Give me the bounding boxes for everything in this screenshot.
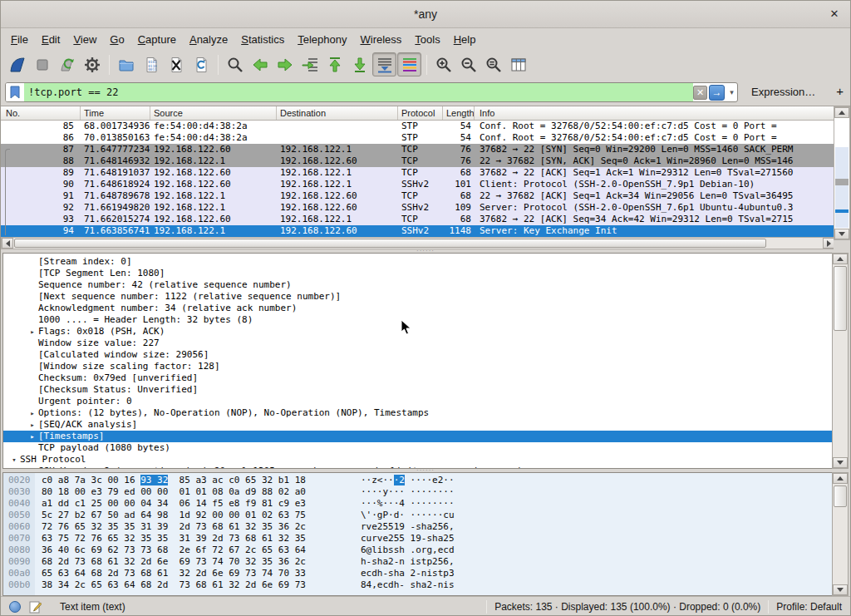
packet-row-89[interactable]: 8971.648191037192.168.122.60192.168.122.… bbox=[1, 167, 835, 179]
column-no[interactable]: No. bbox=[1, 106, 81, 120]
packet-row-92[interactable]: 9271.661949820192.168.122.1192.168.122.6… bbox=[1, 202, 835, 214]
scroll-up-button[interactable] bbox=[834, 107, 849, 118]
detail-header-length[interactable]: 1000 .... = Header Length: 32 bytes (8) bbox=[3, 314, 833, 326]
add-filter-button[interactable]: + bbox=[836, 84, 844, 98]
detail-flags[interactable]: ▸Flags: 0x018 (PSH, ACK) bbox=[3, 326, 833, 338]
restart-capture-button[interactable] bbox=[55, 52, 79, 76]
reload-file-button[interactable] bbox=[189, 52, 213, 76]
hscroll-thumb[interactable] bbox=[14, 239, 766, 248]
go-to-last-packet-button[interactable] bbox=[347, 52, 371, 76]
menu-edit[interactable]: Edit bbox=[35, 31, 66, 48]
menu-file[interactable]: File bbox=[4, 31, 35, 48]
expand-icon[interactable]: ▸ bbox=[27, 326, 38, 338]
close-file-button[interactable] bbox=[164, 52, 188, 76]
go-to-first-packet-button[interactable] bbox=[322, 52, 347, 76]
expand-icon[interactable]: ▸ bbox=[27, 419, 38, 431]
hex-row[interactable]: 007063 75 72 76 65 32 35 35 31 39 2d 73 … bbox=[3, 533, 833, 545]
packet-row-94-selected[interactable]: 9471.663856741192.168.122.1192.168.122.6… bbox=[1, 225, 835, 237]
hex-row[interactable]: 0020c0 a8 7a 3c 00 16 93 32 85 a3 ac c0 … bbox=[3, 475, 833, 486]
scroll-up-button[interactable] bbox=[833, 254, 848, 264]
capture-comment-icon[interactable] bbox=[28, 600, 42, 614]
scroll-down-button[interactable] bbox=[834, 229, 849, 239]
filter-history-caret[interactable]: ▾ bbox=[726, 88, 737, 96]
detail-options[interactable]: ▸Options: (12 bytes), No-Operation (NOP)… bbox=[3, 407, 833, 419]
details-scroll-thumb[interactable] bbox=[834, 266, 847, 331]
filter-apply-button[interactable]: → bbox=[709, 85, 725, 101]
hex-row[interactable]: 006072 76 65 32 35 35 31 39 2d 73 68 61 … bbox=[3, 521, 833, 533]
scroll-up-button[interactable] bbox=[833, 473, 848, 484]
menu-capture[interactable]: Capture bbox=[131, 31, 183, 48]
scroll-down-button[interactable] bbox=[833, 584, 848, 595]
packet-row-85[interactable]: 8568.001734936fe:54:00:d4:38:2aSTP54Conf… bbox=[1, 121, 835, 132]
close-window-button[interactable]: ✕ bbox=[827, 7, 842, 22]
detail-segment-len[interactable]: [TCP Segment Len: 1080] bbox=[3, 268, 833, 279]
packet-row-93[interactable]: 9371.662015274192.168.122.60192.168.122.… bbox=[1, 214, 835, 225]
menu-statistics[interactable]: Statistics bbox=[234, 31, 291, 48]
collapse-icon[interactable]: ▾ bbox=[8, 454, 20, 466]
detail-checksum[interactable]: Checksum: 0x79ed [unverified] bbox=[3, 372, 833, 384]
stop-capture-button[interactable] bbox=[30, 52, 54, 76]
hex-row[interactable]: 00b038 34 2c 65 63 64 68 2d 73 68 61 32 … bbox=[3, 579, 833, 591]
hex-row[interactable]: 00505c 27 b2 67 50 ad 64 98 1d 92 00 00 … bbox=[3, 510, 833, 521]
go-to-packet-button[interactable] bbox=[298, 52, 322, 76]
column-info[interactable]: Info bbox=[475, 106, 835, 120]
filter-bookmark-icon[interactable] bbox=[6, 83, 24, 101]
column-time[interactable]: Time bbox=[81, 106, 150, 120]
go-forward-button[interactable] bbox=[273, 52, 297, 76]
packet-row-87[interactable]: 8771.647777234192.168.122.60192.168.122.… bbox=[1, 144, 835, 155]
zoom-out-button[interactable] bbox=[456, 52, 480, 76]
expand-icon[interactable]: ▸ bbox=[27, 407, 38, 419]
hex-row[interactable]: 00a065 63 64 68 2d 73 68 61 32 2d 6e 69 … bbox=[3, 568, 833, 579]
save-file-button[interactable]: 010101100011 bbox=[139, 52, 163, 76]
menu-go[interactable]: Go bbox=[103, 31, 130, 48]
go-back-button[interactable] bbox=[248, 52, 272, 76]
detail-ssh-protocol[interactable]: ▾SSH Protocol bbox=[3, 454, 833, 466]
menu-telephony[interactable]: Telephony bbox=[291, 31, 353, 48]
menu-view[interactable]: View bbox=[66, 31, 103, 48]
hex-row[interactable]: 009068 2d 73 68 61 32 2d 6e 69 73 74 70 … bbox=[3, 556, 833, 568]
hex-row[interactable]: 003080 18 00 e3 79 ed 00 00 01 01 08 0a … bbox=[3, 486, 833, 498]
zoom-original-button[interactable] bbox=[481, 52, 505, 76]
expand-icon[interactable]: ▸ bbox=[27, 431, 38, 442]
menu-analyze[interactable]: Analyze bbox=[183, 31, 234, 48]
auto-scroll-toggle-button[interactable] bbox=[372, 52, 396, 76]
zoom-in-button[interactable] bbox=[431, 52, 455, 76]
packet-row-90[interactable]: 9071.648618924192.168.122.60192.168.122.… bbox=[1, 179, 835, 190]
open-file-button[interactable] bbox=[114, 52, 138, 76]
intelligent-scrollbar-map[interactable] bbox=[835, 119, 849, 228]
detail-window-size[interactable]: Window size value: 227 bbox=[3, 338, 833, 349]
detail-checksum-status[interactable]: [Checksum Status: Unverified] bbox=[3, 384, 833, 396]
details-vscrollbar[interactable] bbox=[832, 253, 849, 469]
detail-window-scaling[interactable]: [Window size scaling factor: 128] bbox=[3, 361, 833, 372]
detail-timestamps-selected[interactable]: ▸[Timestamps] bbox=[3, 431, 833, 442]
hex-vscrollbar[interactable] bbox=[832, 472, 849, 596]
hex-row[interactable]: 0040a1 dd c1 25 00 00 04 34 06 14 f5 e8 … bbox=[3, 498, 833, 510]
capture-options-button[interactable] bbox=[80, 52, 104, 76]
column-source[interactable]: Source bbox=[150, 106, 277, 120]
detail-next-seq[interactable]: [Next sequence number: 1122 (relative se… bbox=[3, 291, 833, 303]
menu-tools[interactable]: Tools bbox=[408, 31, 446, 48]
expert-info-icon[interactable] bbox=[9, 601, 21, 613]
packet-row-88[interactable]: 8871.648146932192.168.122.1192.168.122.6… bbox=[1, 155, 835, 167]
packet-row-91[interactable]: 9171.648789678192.168.122.1192.168.122.6… bbox=[1, 190, 835, 202]
detail-tcp-payload[interactable]: TCP payload (1080 bytes) bbox=[3, 442, 833, 454]
display-filter-input[interactable] bbox=[24, 83, 693, 101]
expression-button[interactable]: Expression… bbox=[751, 86, 815, 98]
find-packet-button[interactable] bbox=[223, 52, 247, 76]
detail-seq-number[interactable]: Sequence number: 42 (relative sequence n… bbox=[3, 279, 833, 291]
filter-clear-button[interactable]: ✕ bbox=[693, 86, 707, 100]
detail-stream-index[interactable]: [Stream index: 0] bbox=[3, 256, 833, 268]
packet-row-86[interactable]: 8670.013850163fe:54:00:d4:38:2aSTP54Conf… bbox=[1, 132, 835, 144]
column-protocol[interactable]: Protocol bbox=[398, 106, 443, 120]
menu-wireless[interactable]: Wireless bbox=[354, 31, 409, 48]
detail-urgent-pointer[interactable]: Urgent pointer: 0 bbox=[3, 396, 833, 407]
profile-status[interactable]: Profile: Default bbox=[776, 601, 842, 613]
detail-calc-window[interactable]: [Calculated window size: 29056] bbox=[3, 349, 833, 361]
hex-scroll-thumb[interactable] bbox=[834, 485, 847, 507]
menu-help[interactable]: Help bbox=[447, 31, 483, 48]
scroll-down-button[interactable] bbox=[833, 457, 848, 468]
column-destination[interactable]: Destination bbox=[277, 106, 398, 120]
packet-list-vscrollbar[interactable] bbox=[834, 106, 850, 240]
start-capture-button[interactable] bbox=[5, 52, 29, 76]
title-bar[interactable]: *any ✕ bbox=[1, 1, 850, 28]
